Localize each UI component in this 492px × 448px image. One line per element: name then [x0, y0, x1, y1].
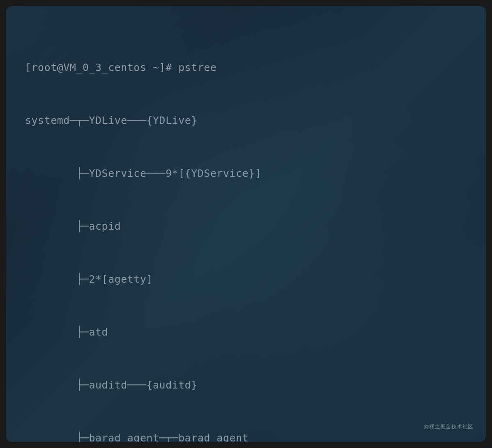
terminal-window[interactable]: [root@VM_0_3_centos ~]# pstree systemd─┬… [6, 6, 486, 442]
tree-line: ├─acpid [25, 217, 467, 235]
tree-line: ├─2*[agetty] [25, 270, 467, 288]
tree-line: ├─auditd───{auditd} [25, 376, 467, 394]
tree-line: systemd─┬─YDLive───{YDLive} [25, 112, 467, 129]
watermark: @稀土掘金技术社区 [423, 423, 474, 430]
terminal-output: [root@VM_0_3_centos ~]# pstree systemd─┬… [25, 23, 467, 442]
tree-line: ├─barad_agent─┬─barad_agent [25, 429, 467, 442]
tree-line: ├─atd [25, 323, 467, 341]
tree-line: ├─YDService───9*[{YDService}] [25, 165, 467, 182]
prompt-line: [root@VM_0_3_centos ~]# pstree [25, 59, 467, 76]
